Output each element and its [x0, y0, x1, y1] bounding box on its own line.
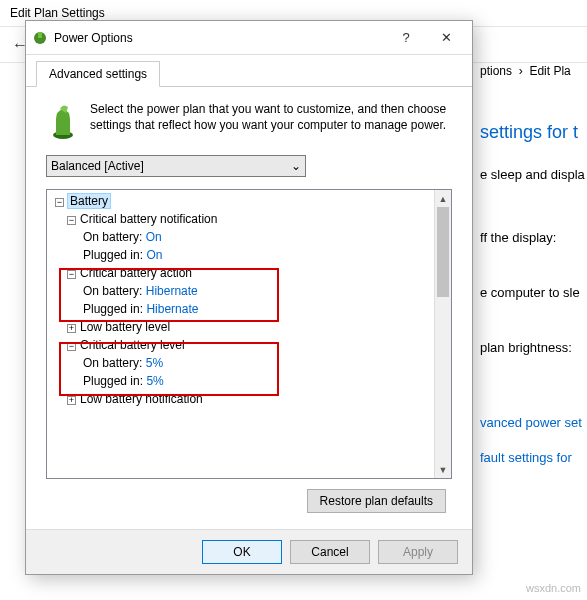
tab-advanced-settings[interactable]: Advanced settings: [36, 61, 160, 87]
tree-leaf[interactable]: On battery: Hibernate: [49, 282, 449, 300]
scroll-track[interactable]: [435, 207, 451, 461]
dialog-footer: OK Cancel Apply: [26, 529, 472, 574]
restore-defaults-button[interactable]: Restore plan defaults: [307, 489, 446, 513]
tree-node-critical-level[interactable]: −Critical battery level: [49, 336, 449, 354]
collapse-icon[interactable]: −: [67, 216, 76, 225]
leaf-value[interactable]: 5%: [146, 374, 163, 388]
tree-content: −Battery −Critical battery notification …: [47, 190, 451, 478]
leaf-value[interactable]: On: [146, 230, 162, 244]
scroll-up-icon[interactable]: ▲: [435, 190, 451, 207]
bg-label: e computer to sle: [480, 285, 587, 300]
power-options-icon: [32, 30, 48, 46]
power-plan-select[interactable]: Balanced [Active] ⌄: [46, 155, 306, 177]
collapse-icon[interactable]: −: [55, 198, 64, 207]
tree-node-battery[interactable]: −Battery: [49, 192, 449, 210]
tree-node-low-notification[interactable]: +Low battery notification: [49, 390, 449, 408]
leaf-label: Plugged in:: [83, 248, 143, 262]
help-button[interactable]: ?: [386, 24, 426, 52]
apply-button[interactable]: Apply: [378, 540, 458, 564]
tree-label: Critical battery level: [80, 338, 185, 352]
bg-label: plan brightness:: [480, 340, 587, 355]
leaf-value[interactable]: On: [146, 248, 162, 262]
cancel-button[interactable]: Cancel: [290, 540, 370, 564]
restore-row: Restore plan defaults: [46, 479, 452, 523]
breadcrumb-part: Edit Pla: [529, 64, 570, 78]
tab-bar: Advanced settings: [26, 55, 472, 87]
breadcrumb-part: ptions: [480, 64, 512, 78]
leaf-label: On battery:: [83, 284, 142, 298]
dialog-titlebar[interactable]: Power Options ? ✕: [26, 21, 472, 55]
tree-label: Critical battery notification: [80, 212, 217, 226]
breadcrumb[interactable]: ptions › Edit Pla: [480, 60, 587, 82]
scrollbar[interactable]: ▲ ▼: [434, 190, 451, 478]
leaf-label: Plugged in:: [83, 302, 143, 316]
dialog-body: Select the power plan that you want to c…: [26, 87, 472, 529]
power-options-dialog: Power Options ? ✕ Advanced settings Sele…: [25, 20, 473, 575]
power-plan-value: Balanced [Active]: [51, 159, 144, 173]
close-button[interactable]: ✕: [426, 24, 466, 52]
tree-label: Low battery notification: [80, 392, 203, 406]
tree-label: Battery: [68, 194, 110, 208]
watermark: wsxdn.com: [526, 582, 581, 594]
tree-node-critical-action[interactable]: −Critical battery action: [49, 264, 449, 282]
expand-icon[interactable]: +: [67, 324, 76, 333]
advanced-power-link[interactable]: vanced power set: [480, 415, 587, 430]
tree-leaf[interactable]: Plugged in: 5%: [49, 372, 449, 390]
power-plan-icon: [46, 101, 80, 141]
tree-leaf[interactable]: Plugged in: On: [49, 246, 449, 264]
tree-leaf[interactable]: Plugged in: Hibernate: [49, 300, 449, 318]
leaf-label: On battery:: [83, 230, 142, 244]
leaf-label: On battery:: [83, 356, 142, 370]
tree-node-critical-notification[interactable]: −Critical battery notification: [49, 210, 449, 228]
leaf-label: Plugged in:: [83, 374, 143, 388]
scroll-thumb[interactable]: [437, 207, 449, 297]
ok-button[interactable]: OK: [202, 540, 282, 564]
leaf-value[interactable]: Hibernate: [146, 302, 198, 316]
scroll-down-icon[interactable]: ▼: [435, 461, 451, 478]
tree-label: Low battery level: [80, 320, 170, 334]
tree-node-low-level[interactable]: +Low battery level: [49, 318, 449, 336]
tree-label: Critical battery action: [80, 266, 192, 280]
bg-label: e sleep and displa: [480, 167, 587, 182]
tree-leaf[interactable]: On battery: 5%: [49, 354, 449, 372]
collapse-icon[interactable]: −: [67, 270, 76, 279]
bg-label: ff the display:: [480, 230, 587, 245]
leaf-value[interactable]: 5%: [146, 356, 163, 370]
collapse-icon[interactable]: −: [67, 342, 76, 351]
settings-tree[interactable]: −Battery −Critical battery notification …: [46, 189, 452, 479]
default-settings-link[interactable]: fault settings for: [480, 450, 587, 465]
intro-section: Select the power plan that you want to c…: [46, 101, 452, 141]
dialog-title: Power Options: [54, 31, 386, 45]
leaf-value[interactable]: Hibernate: [146, 284, 198, 298]
intro-text: Select the power plan that you want to c…: [90, 101, 452, 141]
tree-leaf[interactable]: On battery: On: [49, 228, 449, 246]
page-heading: settings for t: [480, 122, 587, 143]
parent-content: ptions › Edit Pla settings for t e sleep…: [480, 60, 587, 465]
svg-rect-1: [38, 32, 42, 38]
expand-icon[interactable]: +: [67, 396, 76, 405]
chevron-down-icon: ⌄: [291, 159, 301, 173]
